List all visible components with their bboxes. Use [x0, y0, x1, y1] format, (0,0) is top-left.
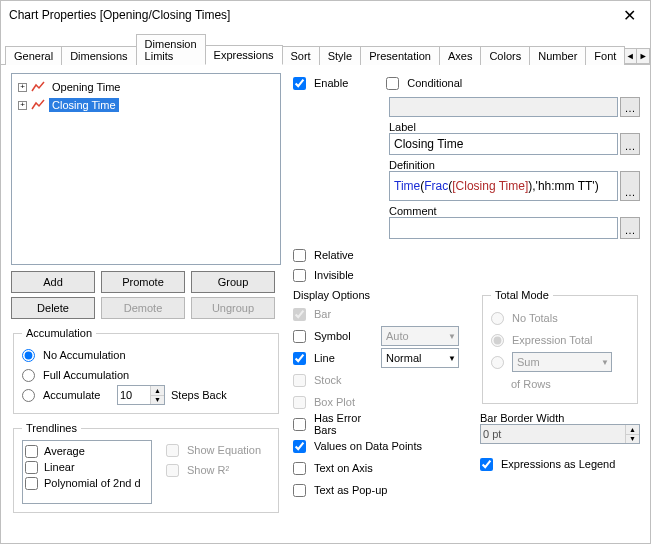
trend-opt-poly2[interactable]: Polynomial of 2nd d: [25, 475, 149, 491]
check-symbol[interactable]: [293, 330, 306, 343]
check-relative[interactable]: [293, 249, 306, 262]
trendlines-list[interactable]: Average Linear Polynomial of 2nd d: [22, 440, 152, 504]
check-enable[interactable]: [293, 77, 306, 90]
tab-scroll: ◄ ►: [624, 48, 650, 64]
chevron-down-icon[interactable]: ▼: [448, 354, 456, 363]
demote-button: Demote: [101, 297, 185, 319]
check-values-on-data-points[interactable]: [293, 440, 306, 453]
window-title: Chart Properties [Opening/Closing Times]: [9, 8, 615, 22]
comment-browse-button[interactable]: …: [620, 217, 640, 239]
tab-content: + Opening Time + Closing Time Add Promot…: [1, 65, 650, 543]
conditional-input: [389, 97, 618, 117]
promote-button[interactable]: Promote: [101, 271, 185, 293]
radio-expression-total: [491, 334, 504, 347]
label-input[interactable]: [389, 133, 618, 155]
tabstrip: General Dimensions Dimension Limits Expr…: [1, 29, 650, 65]
group-button[interactable]: Group: [191, 271, 275, 293]
tree-item-closing-time[interactable]: + Closing Time: [16, 96, 276, 114]
dialog-window: Chart Properties [Opening/Closing Times]…: [0, 0, 651, 544]
accumulation-group: Accumulation No Accumulation Full Accumu…: [13, 327, 279, 414]
chevron-down-icon: ▼: [601, 358, 609, 367]
radio-no-totals: [491, 312, 504, 325]
radio-sum-of-rows: [491, 356, 504, 369]
titlebar: Chart Properties [Opening/Closing Times]…: [1, 1, 650, 29]
ungroup-button: Ungroup: [191, 297, 275, 319]
definition-input[interactable]: Time(Frac([Closing Time]),'hh:mm TT'): [389, 171, 618, 201]
trendlines-group: Trendlines Average Linear Polynomial of …: [13, 422, 279, 513]
add-button[interactable]: Add: [11, 271, 95, 293]
check-error-bars[interactable]: [293, 418, 306, 431]
label-definition: Definition: [389, 159, 640, 171]
tree-label: Closing Time: [49, 98, 119, 112]
check-expressions-as-legend[interactable]: [480, 458, 493, 471]
right-column: Enable Conditional … Label … Definition …: [293, 73, 640, 533]
check-boxplot: [293, 396, 306, 409]
left-column: + Opening Time + Closing Time Add Promot…: [11, 73, 281, 533]
tab-scroll-right-icon[interactable]: ►: [636, 48, 650, 64]
trendlines-legend: Trendlines: [22, 422, 81, 434]
expand-icon[interactable]: +: [18, 101, 27, 110]
check-stock: [293, 374, 306, 387]
label-display-options: Display Options: [293, 289, 464, 301]
tab-dimensions[interactable]: Dimensions: [61, 46, 136, 65]
aggregate-combo: Sum▼: [512, 352, 612, 372]
close-icon[interactable]: ✕: [615, 6, 644, 25]
label-no-accumulation: No Accumulation: [43, 349, 126, 361]
check-bar: [293, 308, 306, 321]
line-combo[interactable]: Normal▼: [381, 348, 459, 368]
tab-font[interactable]: Font: [585, 46, 625, 65]
bar-border-width-value: [481, 425, 625, 443]
conditional-browse-button[interactable]: …: [620, 97, 640, 117]
label-accumulate: Accumulate: [43, 389, 111, 401]
check-show-equation: [166, 444, 179, 457]
expand-icon[interactable]: +: [18, 83, 27, 92]
label-steps-back: Steps Back: [171, 389, 227, 401]
tree-item-opening-time[interactable]: + Opening Time: [16, 78, 276, 96]
check-text-popup[interactable]: [293, 484, 306, 497]
tab-style[interactable]: Style: [319, 46, 361, 65]
trend-opt-average[interactable]: Average: [25, 443, 149, 459]
check-line[interactable]: [293, 352, 306, 365]
chevron-down-icon: ▼: [448, 332, 456, 341]
tab-dimension-limits[interactable]: Dimension Limits: [136, 34, 206, 65]
tab-expressions[interactable]: Expressions: [205, 45, 283, 65]
label-browse-button[interactable]: …: [620, 133, 640, 155]
tab-colors[interactable]: Colors: [480, 46, 530, 65]
label-label: Label: [389, 121, 640, 133]
tab-sort[interactable]: Sort: [282, 46, 320, 65]
chart-line-icon: [31, 81, 45, 93]
tab-general[interactable]: General: [5, 46, 62, 65]
trend-opt-linear[interactable]: Linear: [25, 459, 149, 475]
chart-line-icon: [31, 99, 45, 111]
chevron-down-icon[interactable]: ▼: [625, 434, 639, 443]
check-conditional[interactable]: [386, 77, 399, 90]
check-show-r2: [166, 464, 179, 477]
radio-no-accumulation[interactable]: [22, 349, 35, 362]
definition-browse-button[interactable]: …: [620, 171, 640, 201]
steps-back-stepper[interactable]: ▲ ▼: [117, 385, 165, 405]
check-text-on-axis[interactable]: [293, 462, 306, 475]
tab-presentation[interactable]: Presentation: [360, 46, 440, 65]
tab-axes[interactable]: Axes: [439, 46, 481, 65]
delete-button[interactable]: Delete: [11, 297, 95, 319]
expression-tree[interactable]: + Opening Time + Closing Time: [11, 73, 281, 265]
tree-label: Opening Time: [49, 80, 123, 94]
check-invisible[interactable]: [293, 269, 306, 282]
chevron-up-icon[interactable]: ▲: [150, 386, 164, 395]
symbol-combo: Auto▼: [381, 326, 459, 346]
chevron-down-icon[interactable]: ▼: [150, 395, 164, 404]
comment-input[interactable]: [389, 217, 618, 239]
tab-number[interactable]: Number: [529, 46, 586, 65]
total-mode-legend: Total Mode: [491, 289, 553, 301]
steps-back-value[interactable]: [118, 386, 150, 404]
radio-full-accumulation[interactable]: [22, 369, 35, 382]
tab-scroll-left-icon[interactable]: ◄: [623, 48, 637, 64]
bar-border-width-stepper[interactable]: ▲ ▼: [480, 424, 640, 444]
accumulation-legend: Accumulation: [22, 327, 96, 339]
radio-accumulate[interactable]: [22, 389, 35, 402]
label-comment: Comment: [389, 205, 640, 217]
label-full-accumulation: Full Accumulation: [43, 369, 129, 381]
total-mode-group: Total Mode No Totals Expression Total Su…: [482, 289, 638, 404]
chevron-up-icon[interactable]: ▲: [625, 425, 639, 434]
label-bar-border-width: Bar Border Width: [480, 412, 640, 424]
